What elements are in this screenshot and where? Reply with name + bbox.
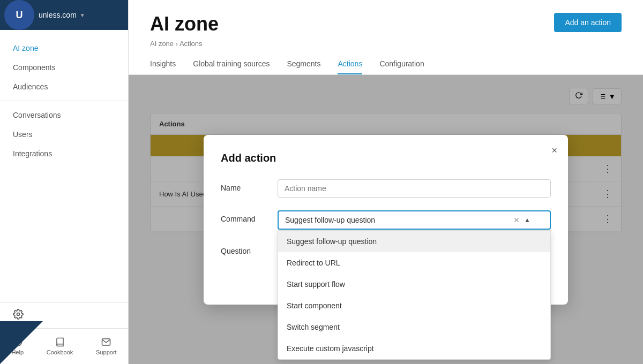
sidebar-item-users[interactable]: Users [0, 125, 128, 144]
page-title: AI zone [150, 13, 219, 35]
org-name: unless.com [39, 11, 77, 19]
modal-close-button[interactable]: × [551, 146, 557, 155]
dropdown-item-start-support-flow[interactable]: Start support flow [278, 274, 550, 295]
sidebar-header: U unless.com ▼ [0, 0, 128, 30]
dropdown-item-suggest-followup[interactable]: Suggest follow-up question [278, 231, 550, 252]
main-content: AI zone Add an action AI zone › Actions … [129, 0, 643, 364]
dropdown-item-redirect-url[interactable]: Redirect to URL [278, 252, 550, 274]
dropdown-item-execute-custom-js[interactable]: Execute custom javascript [278, 338, 550, 359]
org-chevron-icon: ▼ [80, 12, 85, 18]
select-controls: ✕ ▲ [513, 216, 530, 224]
sidebar-item-audiences[interactable]: Audiences [0, 77, 128, 96]
command-select-container: Suggest follow-up question ✕ ▲ Suggest f… [278, 210, 551, 230]
page-header: AI zone Add an action AI zone › Actions … [129, 0, 643, 75]
modal-title: Add action [221, 152, 551, 164]
sidebar-nav: AI zone Components Audiences Conversatio… [0, 30, 128, 302]
sidebar-item-components[interactable]: Components [0, 58, 128, 77]
breadcrumb-separator: › [176, 40, 180, 48]
name-field: Name [221, 179, 551, 198]
dropdown-item-start-component[interactable]: Start component [278, 295, 550, 316]
logo: U [4, 0, 34, 30]
tab-insights[interactable]: Insights [150, 54, 176, 74]
command-field: Command Suggest follow-up question ✕ ▲ S… [221, 210, 551, 230]
gear-icon [13, 309, 24, 320]
svg-point-0 [17, 313, 20, 316]
question-label: Question [221, 242, 269, 255]
breadcrumb-current: Actions [180, 40, 203, 48]
add-action-button[interactable]: Add an action [554, 13, 622, 32]
sidebar-item-integrations[interactable]: Integrations [0, 144, 128, 163]
command-label: Command [221, 210, 269, 223]
modal-overlay: Add action × Name Command Suggest follow… [129, 75, 643, 364]
name-label: Name [221, 179, 269, 192]
sidebar-item-conversations[interactable]: Conversations [0, 105, 128, 125]
add-action-modal: Add action × Name Command Suggest follow… [204, 135, 568, 305]
sidebar: U unless.com ▼ AI zone Components Audien… [0, 0, 129, 364]
cookbook-button[interactable]: Cookbook [47, 337, 73, 355]
command-dropdown: Suggest follow-up question Redirect to U… [278, 230, 551, 360]
support-button[interactable]: Support [96, 337, 117, 355]
name-input[interactable] [278, 179, 551, 198]
chevron-up-icon: ▲ [524, 216, 530, 224]
support-icon [101, 337, 111, 347]
dropdown-item-switch-segment[interactable]: Switch segment [278, 316, 550, 338]
tab-bar: Insights Global training sources Segment… [150, 54, 622, 74]
tab-global-training[interactable]: Global training sources [193, 54, 270, 74]
tab-actions[interactable]: Actions [338, 54, 362, 74]
cookbook-label: Cookbook [47, 349, 73, 355]
decorative-triangle [0, 321, 43, 364]
sidebar-item-ai-zone[interactable]: AI zone [0, 39, 128, 58]
command-select[interactable]: Suggest follow-up question ✕ ▲ [278, 210, 551, 230]
name-input-wrapper [278, 179, 551, 198]
support-label: Support [96, 349, 117, 355]
select-clear-icon[interactable]: ✕ [513, 216, 520, 224]
cookbook-icon [55, 337, 65, 347]
org-selector[interactable]: unless.com ▼ [39, 11, 128, 19]
breadcrumb: AI zone › Actions [150, 40, 622, 48]
sidebar-divider [0, 101, 128, 101]
tab-segments[interactable]: Segments [287, 54, 320, 74]
tab-configuration[interactable]: Configuration [379, 54, 424, 74]
command-selected-value: Suggest follow-up question [285, 216, 375, 224]
breadcrumb-home[interactable]: AI zone [150, 40, 174, 48]
main-body: ▼ Actions ⋮ How Is AI Used In The Comp..… [129, 75, 643, 364]
